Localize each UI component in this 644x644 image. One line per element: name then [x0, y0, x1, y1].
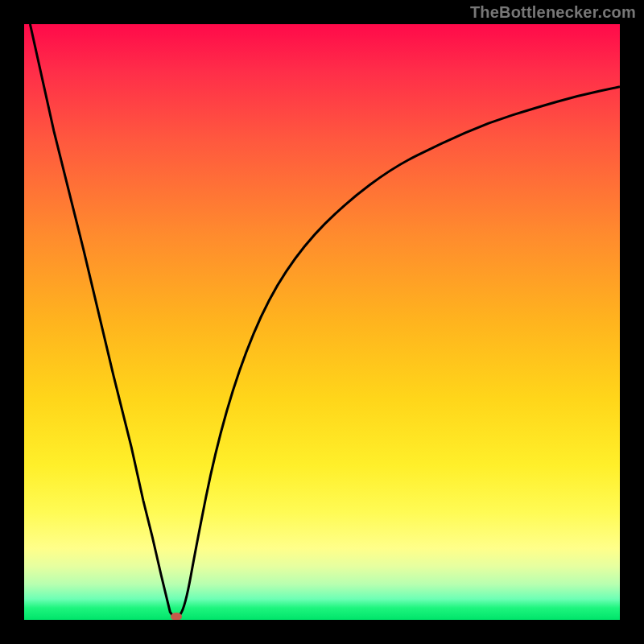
optimal-point-marker: [171, 613, 182, 620]
plot-area: [24, 24, 620, 620]
attribution-text: TheBottlenecker.com: [470, 3, 636, 22]
bottleneck-curve: [30, 24, 620, 620]
curve-svg: [24, 24, 620, 620]
chart-frame: TheBottlenecker.com: [0, 0, 644, 644]
